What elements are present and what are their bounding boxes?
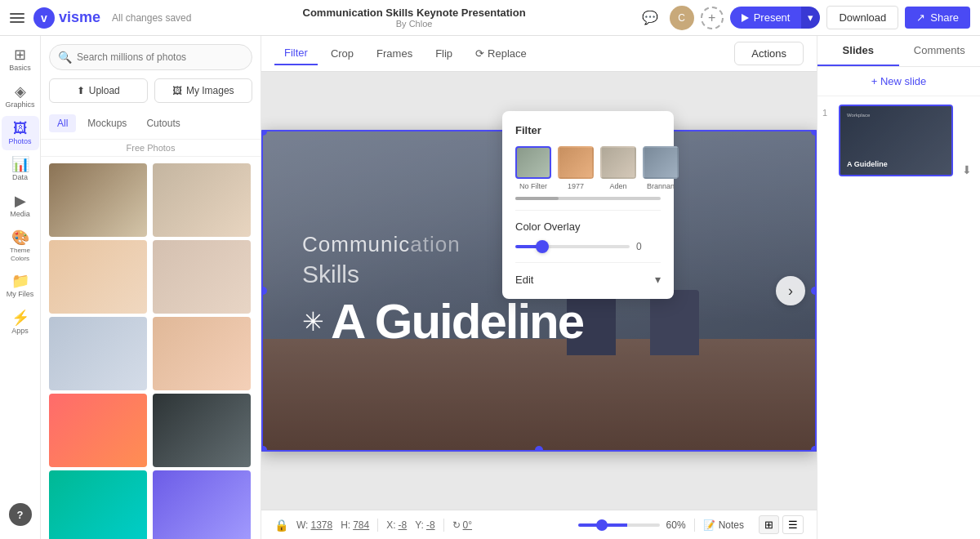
- download-button[interactable]: Download: [826, 6, 898, 29]
- color-overlay-row: 0: [515, 241, 661, 252]
- apps-label: Apps: [11, 327, 29, 336]
- zoom-value: 60%: [666, 519, 686, 531]
- sidebar-item-apps[interactable]: ⚡ Apps: [2, 305, 39, 341]
- svg-text:v: v: [41, 11, 47, 24]
- new-slide-button[interactable]: + New slide: [817, 67, 980, 96]
- zoom-slider[interactable]: [578, 523, 660, 527]
- my-images-icon: 🖼: [172, 85, 182, 96]
- filter-tab-flip[interactable]: Flip: [425, 42, 462, 65]
- thumb-title: A Guideline: [847, 160, 888, 168]
- logo: v visme: [33, 7, 100, 29]
- view-toggle: ⊞ ☰: [759, 515, 804, 534]
- graphics-label: Graphics: [5, 100, 34, 109]
- present-button-group[interactable]: Present ▾: [730, 7, 821, 29]
- search-input[interactable]: [77, 51, 243, 63]
- tab-slides[interactable]: Slides: [817, 36, 899, 66]
- sidebar-item-data[interactable]: 📊 Data: [2, 152, 39, 187]
- tab-mockups[interactable]: Mockups: [79, 114, 135, 132]
- canvas-area: Filter Crop Frames Flip ⟳ Replace Action…: [261, 36, 817, 539]
- list-item[interactable]: [49, 394, 147, 467]
- sidebar-item-my-files[interactable]: 📁 My Files: [2, 269, 39, 304]
- search-icon: 🔍: [58, 51, 72, 64]
- canvas-wrapper: Filter No Filter 1977 Aden: [261, 72, 817, 510]
- list-item[interactable]: [153, 317, 251, 390]
- my-images-button[interactable]: 🖼 My Images: [154, 78, 253, 103]
- filter-thumb-brannan: [643, 146, 679, 179]
- slide-export-icon[interactable]: ⬇: [962, 163, 972, 176]
- present-dropdown-btn[interactable]: ▾: [801, 7, 820, 29]
- tab-cutouts[interactable]: Cutouts: [138, 114, 188, 132]
- slides-tab-row: Slides Comments: [817, 36, 980, 67]
- slide-star-icon: ✳: [302, 306, 324, 337]
- filter-option-no-filter[interactable]: No Filter: [515, 146, 551, 190]
- help-button[interactable]: ?: [9, 503, 32, 526]
- actions-button[interactable]: Actions: [734, 42, 804, 65]
- slide-title-row: ✳ A Guideline: [302, 293, 776, 350]
- rotation-indicator: ↻ 0°: [452, 519, 472, 531]
- list-item[interactable]: [153, 470, 251, 539]
- avatar: C: [670, 6, 694, 30]
- filter-option-1977[interactable]: 1977: [558, 146, 594, 190]
- section-divider: [515, 210, 661, 211]
- width-value[interactable]: 1378: [310, 519, 332, 531]
- y-value[interactable]: -8: [426, 519, 435, 531]
- filter-name-no-filter: No Filter: [519, 182, 547, 190]
- list-item[interactable]: [49, 240, 147, 314]
- filter-popup-title: Filter: [515, 124, 661, 136]
- filter-tab-frames[interactable]: Frames: [367, 42, 422, 65]
- media-label: Media: [10, 210, 30, 219]
- sidebar-item-basics[interactable]: ⊞ Basics: [2, 42, 39, 78]
- list-item[interactable]: [49, 317, 147, 390]
- filter-tab-filter[interactable]: Filter: [274, 42, 318, 65]
- my-files-icon: 📁: [11, 274, 29, 288]
- list-view-btn[interactable]: ☰: [782, 515, 804, 534]
- comments-icon-btn[interactable]: 💬: [637, 5, 663, 31]
- add-collaborator-btn[interactable]: +: [701, 7, 724, 29]
- tab-all[interactable]: All: [49, 114, 76, 132]
- slide-thumbnail[interactable]: Workplace A Guideline: [839, 105, 953, 176]
- list-item[interactable]: [49, 163, 147, 237]
- present-main-btn[interactable]: Present: [730, 7, 802, 29]
- photos-icon: 🖼: [13, 121, 28, 136]
- search-box[interactable]: 🔍: [49, 44, 252, 70]
- rotation-value[interactable]: 0°: [463, 519, 472, 531]
- sidebar-item-theme-colors[interactable]: 🎨 Theme Colors: [2, 225, 39, 267]
- topbar-left: v visme All changes saved: [10, 7, 191, 29]
- sidebar-item-graphics[interactable]: ◈ Graphics: [2, 79, 39, 114]
- topbar-right: 💬 C + Present ▾ Download ↗ Share: [637, 5, 970, 31]
- width-indicator: W: 1378: [296, 519, 332, 531]
- filter-tab-crop[interactable]: Crop: [321, 42, 363, 65]
- sidebar-item-photos[interactable]: 🖼 Photos: [2, 116, 39, 151]
- photos-grid: [41, 163, 261, 539]
- tab-comments[interactable]: Comments: [899, 36, 981, 66]
- filter-tab-replace[interactable]: ⟳ Replace: [466, 42, 537, 65]
- color-overlay-label: Color Overlay: [515, 220, 661, 233]
- topbar: v visme All changes saved Communication …: [0, 0, 980, 36]
- upload-icon: ⬆: [77, 85, 85, 96]
- basics-icon: ⊞: [14, 47, 26, 62]
- notes-button[interactable]: 📝 Notes: [703, 519, 744, 531]
- filter-option-aden[interactable]: Aden: [600, 146, 636, 190]
- list-item[interactable]: [153, 163, 251, 237]
- y-label: Y:: [415, 519, 424, 531]
- share-button[interactable]: ↗ Share: [905, 7, 970, 29]
- x-label: X:: [386, 519, 395, 531]
- list-item[interactable]: [153, 240, 251, 314]
- upload-button[interactable]: ⬆ Upload: [49, 78, 148, 103]
- hamburger-menu[interactable]: [10, 10, 26, 26]
- color-overlay-slider[interactable]: [515, 245, 630, 248]
- photos-panel: 🔍 ⬆ Upload 🖼 My Images All Mockups Cutou…: [41, 36, 261, 539]
- edit-label: Edit: [515, 274, 533, 286]
- logo-text: visme: [59, 9, 100, 26]
- filter-option-brannan[interactable]: Brannan: [643, 146, 679, 190]
- color-overlay-value: 0: [636, 241, 649, 252]
- presentation-subtitle: By Chloe: [396, 19, 433, 29]
- list-item[interactable]: [153, 394, 251, 467]
- media-icon: ▶: [15, 194, 26, 208]
- list-item[interactable]: [49, 470, 147, 539]
- sidebar-item-media[interactable]: ▶ Media: [2, 189, 39, 224]
- grid-view-btn[interactable]: ⊞: [759, 515, 779, 534]
- slide-next-arrow[interactable]: ›: [776, 276, 805, 305]
- height-value[interactable]: 784: [353, 519, 369, 531]
- x-value[interactable]: -8: [399, 519, 408, 531]
